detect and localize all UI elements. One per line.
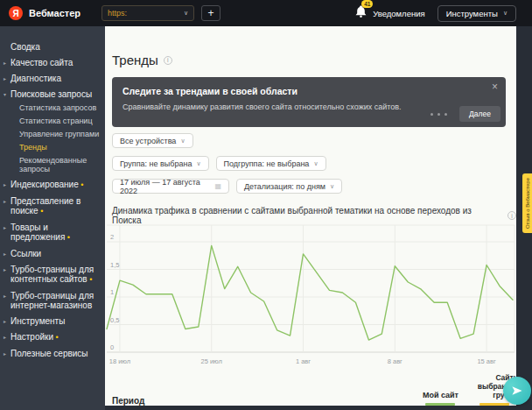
notifications-label[interactable]: Уведомления <box>373 9 424 18</box>
svg-text:1,5: 1,5 <box>110 261 119 269</box>
feedback-tab-label: Отзыв о Вебмастере <box>525 178 530 229</box>
subgroup-filter-value: Подгруппа: не выбрана <box>224 159 310 168</box>
sidebar-item-indeksirovanie[interactable]: ▸Индексирование • <box>0 180 105 190</box>
chevron-down-icon: ∨ <box>503 10 508 17</box>
sidebar-item-upravlenie-gruppami[interactable]: Управление группами <box>0 130 105 138</box>
group-sites-swatch <box>480 403 509 406</box>
notifications-badge: 41 <box>361 0 373 8</box>
yandex-logo[interactable]: Я Вебмастер <box>9 6 80 20</box>
svg-text:1 авг: 1 авг <box>296 357 311 365</box>
traffic-chart: 00,511,5218 июл25 июл1 авг8 авг15 авг <box>105 217 516 385</box>
notification-dot: • <box>79 180 84 189</box>
chat-widget-button[interactable] <box>503 377 531 405</box>
sidebar-item-label: Поисковые запросы <box>10 89 92 99</box>
feedback-tab[interactable]: Отзыв о Вебмастере <box>522 173 532 233</box>
top-header: Я Вебмастер https: ∨ + 41 Уведомления Ин… <box>0 0 532 26</box>
my-site-swatch <box>425 403 455 406</box>
sidebar-item-label: Статистика запросов <box>19 103 96 112</box>
chevron-right-icon: ▸ <box>4 250 6 259</box>
sidebar-item-poiskovye-zaprosy[interactable]: ▾Поисковые запросы <box>0 89 105 99</box>
notification-dot: • <box>88 275 93 284</box>
carousel-dot[interactable] <box>430 113 433 116</box>
sidebar-item-label: Турбо-страницы для контентных сайтов <box>10 265 94 284</box>
detalization-dropdown[interactable]: Детализация: по дням ∨ <box>236 179 342 194</box>
carousel-dot[interactable] <box>438 113 440 116</box>
sidebar-item-instrumenty[interactable]: ▸Инструменты <box>0 316 105 326</box>
date-range-field[interactable]: 17 июля — 17 августа 2022 ▦ <box>112 179 229 194</box>
chevron-down-icon: ∨ <box>330 183 334 190</box>
sidebar-item-label: Рекомендованные запросы <box>19 156 87 173</box>
sidebar-item-svodka[interactable]: Сводка <box>0 42 105 52</box>
notification-dot: • <box>65 233 70 242</box>
sidebar-item-label: Сводка <box>10 42 40 52</box>
sidebar-item-poleznye-servisy[interactable]: ▸Полезные сервисы <box>0 349 105 358</box>
sidebar-item-label: Статистика страниц <box>19 117 93 125</box>
paper-plane-icon <box>510 384 524 398</box>
tools-dropdown[interactable]: Инструменты ∨ <box>438 5 516 22</box>
chevron-right-icon: ▸ <box>4 292 6 301</box>
promo-banner: Следите за трендами в своей области Срав… <box>112 77 506 127</box>
chevron-right-icon: ▸ <box>4 180 6 190</box>
sidebar-item-turbo-kontentnye-sajty[interactable]: ▸Турбо-страницы для контентных сайтов • <box>0 265 105 285</box>
svg-text:8 авг: 8 авг <box>388 357 402 365</box>
chevron-right-icon: ▸ <box>4 223 6 233</box>
sidebar-item-label: Турбо-страницы для интернет-магазинов <box>10 291 94 310</box>
sidebar-item-predstavlenie-v-poiske[interactable]: ▸Представление в поиске • <box>0 196 105 216</box>
calendar-icon: ▦ <box>214 182 221 190</box>
svg-text:18 июл: 18 июл <box>109 357 130 365</box>
chevron-right-icon: ▸ <box>4 317 6 327</box>
detalization-value: Детализация: по дням <box>244 182 326 191</box>
sidebar-item-label: Тренды <box>19 143 47 152</box>
sidebar-item-label: Инструменты <box>10 316 65 326</box>
site-selector-dropdown[interactable]: https: ∨ <box>102 5 194 21</box>
sidebar-item-label: Индексирование <box>10 180 79 189</box>
carousel-dots <box>430 113 447 116</box>
next-button[interactable]: Далее <box>459 106 500 122</box>
yandex-logo-icon: Я <box>9 6 23 20</box>
page-title: Тренды <box>112 53 158 67</box>
svg-text:15 авг: 15 авг <box>477 357 496 365</box>
svg-text:1: 1 <box>110 288 114 296</box>
my-site-label: Мой сайт <box>423 391 458 399</box>
period-column-header[interactable]: Период <box>112 396 144 406</box>
chevron-down-icon: ∨ <box>196 160 200 167</box>
site-selector-value: https: <box>108 9 184 18</box>
sidebar-item-turbo-internet-magaziny[interactable]: ▸Турбо-страницы для интернет-магазинов <box>0 291 105 310</box>
tools-label: Инструменты <box>446 9 498 18</box>
sidebar-item-label: Настройки <box>10 332 53 342</box>
svg-text:0,5: 0,5 <box>110 316 119 324</box>
sidebar-item-statistika-stranic[interactable]: Статистика страниц <box>0 117 105 125</box>
sidebar-item-diagnostika[interactable]: ▸Диагностика <box>0 74 105 83</box>
sidebar-item-statistika-zaprosov[interactable]: Статистика запросов <box>0 103 105 112</box>
info-icon[interactable]: i <box>164 56 172 65</box>
notification-dot: • <box>38 207 44 216</box>
sidebar-item-label: Полезные сервисы <box>10 349 88 358</box>
chevron-right-icon: ▸ <box>4 197 6 207</box>
sidebar-item-trendy[interactable]: Тренды <box>0 143 105 152</box>
chevron-down-icon: ∨ <box>180 138 185 145</box>
sidebar-item-nastrojki[interactable]: ▸Настройки • <box>0 332 105 343</box>
subgroup-filter-dropdown[interactable]: Подгруппа: не выбрана ∨ <box>216 156 326 171</box>
sidebar-item-label: Диагностика <box>10 74 61 83</box>
group-filter-dropdown[interactable]: Группа: не выбрана ∨ <box>112 156 209 171</box>
legend-my-site[interactable]: Мой сайт <box>423 391 458 406</box>
sidebar-menu: Сводка▸Качество сайта▸Диагностика▾Поиско… <box>0 26 105 410</box>
devices-filter-dropdown[interactable]: Все устройства ∨ <box>112 133 193 148</box>
svg-text:0: 0 <box>110 343 114 351</box>
chevron-right-icon: ▸ <box>4 74 6 84</box>
carousel-dot[interactable] <box>444 113 447 116</box>
sidebar-item-label: Товары и предложения <box>10 223 65 242</box>
sidebar-item-kachestvo-sajta[interactable]: ▸Качество сайта <box>0 58 105 67</box>
table-header-row: Период Мой сайт Сайты выбранной группы <box>112 370 516 406</box>
sidebar-item-ssylki[interactable]: ▸Ссылки <box>0 249 105 258</box>
notifications-bell[interactable]: 41 <box>355 5 367 21</box>
app-title: Вебмастер <box>29 8 80 18</box>
chevron-down-icon: ∨ <box>184 10 188 17</box>
banner-title: Следите за трендами в своей области <box>122 86 495 96</box>
main-content: Тренды i Следите за трендами в своей обл… <box>105 26 516 406</box>
sidebar-item-label: Представление в поиске <box>10 196 80 216</box>
add-site-button[interactable]: + <box>201 5 220 21</box>
sidebar-item-tovary-i-predlozheniya[interactable]: ▸Товары и предложения • <box>0 223 105 243</box>
close-icon[interactable]: × <box>492 81 498 93</box>
sidebar-item-rekomendovannye-zaprosy[interactable]: Рекомендованные запросы <box>0 156 105 173</box>
